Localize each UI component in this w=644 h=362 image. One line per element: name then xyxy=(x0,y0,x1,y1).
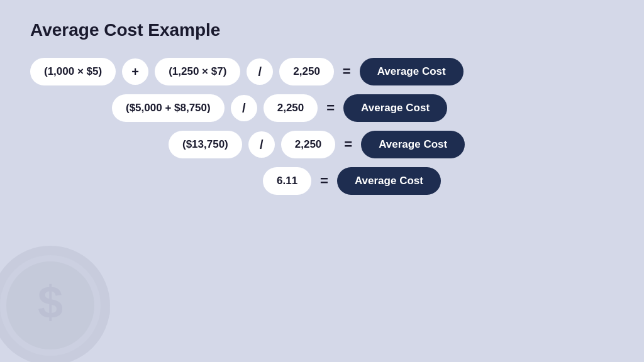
pill-row3-1: ($13,750) xyxy=(169,131,242,158)
equations-container: (1,000 × $5) + (1,250 × $7) / 2,250 = Av… xyxy=(30,58,614,195)
operator-div-2: / xyxy=(231,95,257,121)
equals-row4: = xyxy=(318,173,331,189)
equation-row-1: (1,000 × $5) + (1,250 × $7) / 2,250 = Av… xyxy=(30,58,614,85)
pill-row1-2: (1,250 × $7) xyxy=(155,58,240,85)
pill-row2-1: ($5,000 + $8,750) xyxy=(112,94,225,122)
equation-row-3: ($13,750) / 2,250 = Average Cost xyxy=(169,131,614,158)
avg-cost-btn-row3: Average Cost xyxy=(361,131,465,158)
avg-cost-btn-row4: Average Cost xyxy=(337,167,441,195)
pill-row4-1: 6.11 xyxy=(263,167,311,195)
equals-row1: = xyxy=(340,63,353,80)
pill-row1-3: 2,250 xyxy=(279,58,334,85)
pill-row1-1: (1,000 × $5) xyxy=(30,58,116,85)
avg-cost-btn-row2: Average Cost xyxy=(343,94,447,122)
operator-div-3: / xyxy=(248,131,275,158)
equation-row-4: 6.11 = Average Cost xyxy=(263,167,614,195)
pill-row3-2: 2,250 xyxy=(281,131,336,158)
page-container: $ Average Cost Example (1,000 × $5) + (1… xyxy=(0,0,644,362)
equals-row2: = xyxy=(324,100,337,116)
operator-plus: + xyxy=(122,58,148,85)
equation-row-2: ($5,000 + $8,750) / 2,250 = Average Cost xyxy=(112,94,614,122)
equals-row3: = xyxy=(341,136,355,153)
avg-cost-btn-row1: Average Cost xyxy=(360,58,464,85)
operator-div-1: / xyxy=(247,58,273,85)
page-title: Average Cost Example xyxy=(30,20,614,40)
svg-text:$: $ xyxy=(38,277,63,327)
coin-decoration: $ xyxy=(0,243,113,362)
pill-row2-2: 2,250 xyxy=(264,94,318,122)
